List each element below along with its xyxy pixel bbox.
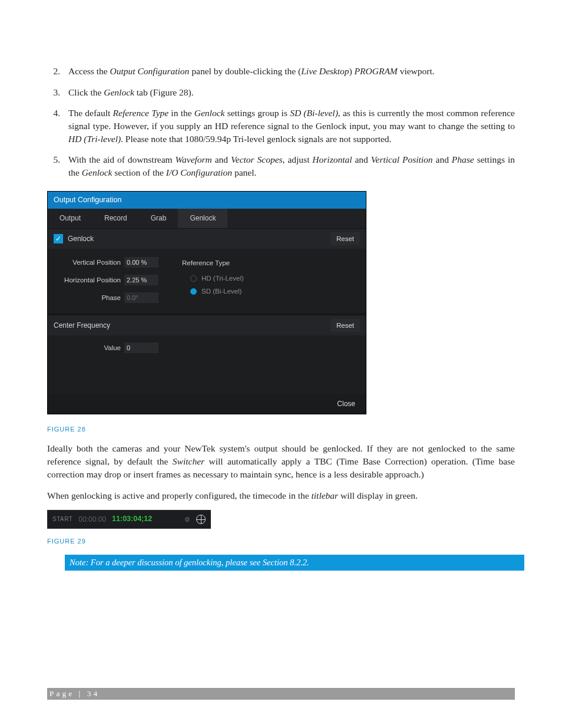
vertical-position-label: Vertical Position <box>56 258 121 267</box>
cf-value-input[interactable]: 0 <box>124 342 158 353</box>
timecode-current: 11:03:04;12 <box>112 514 152 525</box>
note-bar: Note: For a deeper discussion of genlock… <box>65 555 524 571</box>
figure-28-caption: FIGURE 28 <box>47 425 515 434</box>
page-footer: Page | 34 <box>47 688 515 700</box>
body-paragraph-1: Ideally both the cameras and your NewTek… <box>47 442 515 480</box>
reference-type-sd-label: SD (Bi-Level) <box>201 286 242 296</box>
output-configuration-panel: Output Configuration Output Record Grab … <box>47 191 366 414</box>
tab-genlock[interactable]: Genlock <box>178 209 227 228</box>
radio-icon <box>190 275 197 282</box>
genlock-section-label: Genlock <box>68 234 94 244</box>
tab-grab[interactable]: Grab <box>139 209 178 228</box>
timecode-start-label: START <box>52 515 72 523</box>
titlebar-timecode-widget: START 00:00:00 11:03:04;12 ⚙ <box>47 510 211 529</box>
gear-icon[interactable]: ⚙ <box>184 515 190 524</box>
genlock-enable-checkbox[interactable]: ✓ <box>54 234 63 243</box>
phase-label: Phase <box>56 293 121 302</box>
timecode-start-time: 00:00:00 <box>78 515 106 525</box>
globe-icon[interactable] <box>196 515 206 524</box>
vertical-position-input[interactable]: 0.00 % <box>124 257 158 268</box>
genlock-reset-button[interactable]: Reset <box>330 232 360 245</box>
instruction-5: With the aid of downstream Waveform and … <box>62 153 515 179</box>
genlock-section-header: ✓ Genlock Reset <box>48 229 366 249</box>
reference-type-hd-label: HD (Tri-Level) <box>201 274 244 283</box>
body-paragraph-2: When genlocking is active and properly c… <box>47 489 515 502</box>
panel-title: Output Configuration <box>48 192 366 209</box>
center-frequency-body: Value 0 <box>48 335 366 394</box>
instruction-2: Access the Output Configuration panel by… <box>62 65 515 78</box>
horizontal-position-input[interactable]: 2.25 % <box>124 275 158 285</box>
panel-footer: Close <box>48 394 366 414</box>
center-frequency-header: Center Frequency Reset <box>48 315 366 335</box>
panel-tabstrip: Output Record Grab Genlock <box>48 209 366 229</box>
tab-record[interactable]: Record <box>92 209 139 228</box>
reference-type-label: Reference Type <box>182 258 244 268</box>
genlock-section-body: Vertical Position 0.00 % Horizontal Posi… <box>48 249 366 314</box>
figure-29-caption: FIGURE 29 <box>47 537 515 546</box>
center-frequency-label: Center Frequency <box>54 321 110 331</box>
close-button[interactable]: Close <box>337 399 355 409</box>
reference-type-sd-radio[interactable]: SD (Bi-Level) <box>190 286 244 296</box>
instruction-3: Click the Genlock tab (Figure 28). <box>62 86 515 99</box>
horizontal-position-label: Horizontal Position <box>56 275 121 285</box>
reference-type-hd-radio[interactable]: HD (Tri-Level) <box>190 274 244 283</box>
instruction-list: Access the Output Configuration panel by… <box>47 65 515 179</box>
check-icon: ✓ <box>55 234 61 244</box>
phase-input[interactable]: 0.0° <box>124 292 158 303</box>
tab-output[interactable]: Output <box>48 209 92 228</box>
center-frequency-reset-button[interactable]: Reset <box>330 319 360 332</box>
cf-value-label: Value <box>56 343 121 353</box>
radio-icon <box>190 288 197 295</box>
instruction-4: The default Reference Type in the Genloc… <box>62 107 515 145</box>
